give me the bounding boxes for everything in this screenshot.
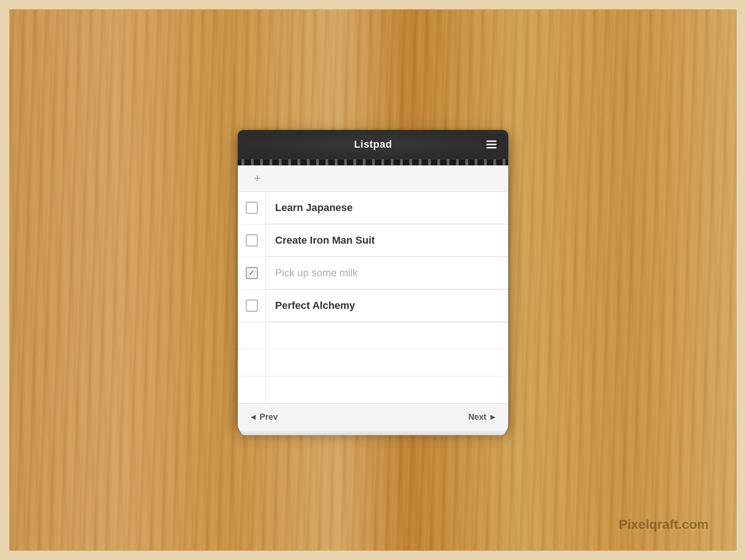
checkbox-area-2 — [238, 225, 266, 257]
checkbox-area-3: ✓ — [238, 257, 266, 289]
checkbox-3[interactable]: ✓ — [246, 267, 258, 279]
app-body: + Learn Japanese Create Iron Man Suit — [238, 165, 508, 430]
empty-rows — [238, 322, 508, 403]
empty-row-left — [238, 349, 266, 376]
checkbox-area-4 — [238, 290, 266, 322]
list-item: Create Iron Man Suit — [238, 225, 508, 257]
add-button[interactable]: + — [254, 172, 261, 185]
app-header: Listpad — [238, 130, 508, 159]
menu-button[interactable] — [484, 138, 499, 150]
empty-row-left — [238, 322, 266, 349]
app-title: Listpad — [354, 138, 392, 150]
app-container: Listpad + Learn Japanese — [238, 130, 508, 430]
checkmark-icon: ✓ — [249, 269, 255, 277]
list-item: Perfect Alchemy — [238, 290, 508, 322]
empty-row — [238, 322, 508, 349]
item-text-2: Create Iron Man Suit — [266, 227, 508, 254]
item-text-4: Perfect Alchemy — [266, 292, 508, 319]
prev-button[interactable]: ◄ Prev — [249, 412, 278, 422]
checkbox-4[interactable] — [246, 300, 258, 312]
item-text-3: Pick up some milk — [266, 260, 508, 287]
stitched-border — [238, 159, 508, 165]
checkbox-area-1 — [238, 192, 266, 224]
site-credit: Pixelqraft.com — [619, 517, 709, 532]
next-button-label: Next ► — [468, 412, 497, 422]
menu-bar-1 — [486, 140, 497, 142]
empty-row — [238, 349, 508, 376]
menu-bar-3 — [486, 147, 497, 148]
list-item: Learn Japanese — [238, 192, 508, 225]
menu-bar-2 — [486, 143, 497, 145]
next-button[interactable]: Next ► — [468, 412, 497, 422]
prev-button-label: ◄ Prev — [249, 412, 278, 422]
add-row: + — [238, 165, 508, 192]
list-items: Learn Japanese Create Iron Man Suit ✓ Pi… — [238, 192, 508, 322]
empty-row-left — [238, 376, 266, 403]
checkbox-2[interactable] — [246, 234, 258, 246]
checkbox-1[interactable] — [246, 202, 258, 214]
list-item: ✓ Pick up some milk — [238, 257, 508, 290]
item-text-1: Learn Japanese — [266, 194, 508, 221]
app-footer: ◄ Prev Next ► — [238, 403, 508, 430]
add-button-area[interactable]: + — [247, 172, 275, 185]
empty-row — [238, 376, 508, 403]
